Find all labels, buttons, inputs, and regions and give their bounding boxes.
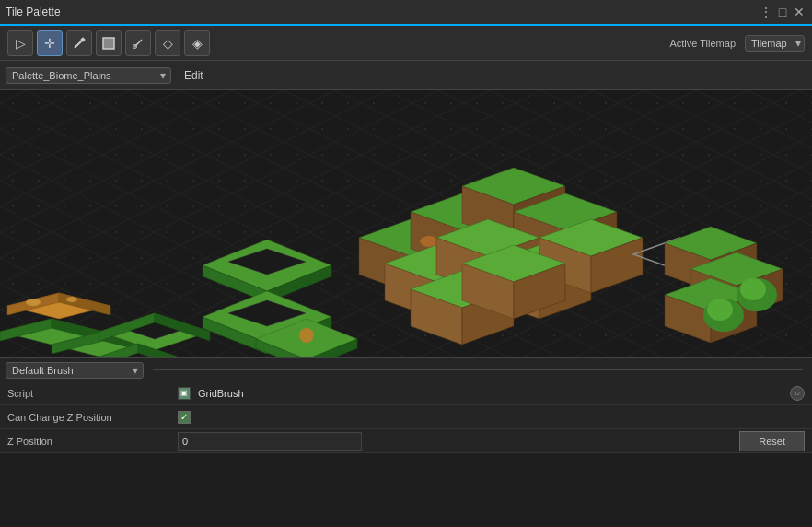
z-position-input[interactable] — [178, 432, 362, 451]
brush-dropdown-wrap[interactable]: Default Brush — [6, 362, 144, 379]
paint-tool-button[interactable] — [66, 30, 92, 56]
brush-panel: Default Brush — [0, 357, 812, 381]
palette-select[interactable]: Palette_Biome_Plains — [6, 67, 171, 84]
svg-point-85 — [299, 328, 314, 343]
window-title: Tile Palette — [6, 6, 61, 18]
title-bar-controls: ⋮ □ ✕ — [759, 5, 806, 19]
script-value: ▣ GridBrush — [178, 387, 790, 400]
canvas-area[interactable] — [0, 90, 812, 357]
svg-point-75 — [740, 278, 766, 300]
close-button[interactable]: ✕ — [792, 5, 806, 19]
svg-line-0 — [75, 41, 82, 48]
title-bar-left: Tile Palette — [6, 6, 61, 18]
svg-point-10 — [66, 297, 77, 302]
brush-panel-divider — [153, 369, 803, 370]
script-label: Script — [7, 388, 178, 399]
reset-button[interactable]: Reset — [739, 431, 805, 451]
tile-palette-svg — [0, 90, 812, 357]
picker-tool-button[interactable] — [125, 30, 151, 56]
edit-button[interactable]: Edit — [179, 67, 209, 84]
script-icon: ▣ — [178, 387, 191, 400]
script-property-row: Script ▣ GridBrush ○ — [0, 381, 812, 405]
active-tilemap-label: Active Tilemap — [669, 38, 736, 49]
tilemap-select-wrap[interactable]: Tilemap — [745, 35, 805, 52]
palette-header: Palette_Biome_Plains Edit — [0, 61, 812, 90]
z-position-row: Z Position Reset — [0, 429, 812, 453]
palette-dropdown-wrap[interactable]: Palette_Biome_Plains — [6, 67, 171, 84]
toolbar: ▷ ✛ ◇ ◈ Active Tilemap Tilemap — [0, 26, 812, 61]
more-options-button[interactable]: ⋮ — [759, 5, 773, 19]
script-options-button[interactable]: ○ — [790, 386, 805, 401]
title-bar: Tile Palette ⋮ □ ✕ — [0, 0, 812, 26]
can-change-z-checkbox[interactable]: ✓ — [178, 411, 191, 424]
maximize-button[interactable]: □ — [775, 5, 790, 19]
fill-tool-button[interactable]: ◈ — [184, 30, 210, 56]
can-change-z-value[interactable]: ✓ — [178, 411, 805, 424]
svg-point-9 — [26, 299, 41, 306]
select-tool-button[interactable]: ▷ — [7, 30, 33, 56]
can-change-z-position-row: Can Change Z Position ✓ — [0, 405, 812, 429]
can-change-z-label: Can Change Z Position — [7, 412, 178, 423]
z-position-value — [178, 432, 739, 451]
svg-rect-2 — [103, 38, 114, 49]
z-position-label: Z Position — [7, 436, 178, 447]
brush-select[interactable]: Default Brush — [6, 362, 144, 379]
properties-panel: Script ▣ GridBrush ○ Can Change Z Positi… — [0, 381, 812, 453]
box-fill-tool-button[interactable] — [96, 30, 122, 56]
erase-tool-button[interactable]: ◇ — [155, 30, 180, 56]
move-tool-button[interactable]: ✛ — [37, 30, 63, 56]
svg-line-3 — [134, 40, 142, 47]
tilemap-select[interactable]: Tilemap — [745, 35, 805, 52]
script-value-text: GridBrush — [198, 388, 244, 399]
svg-point-73 — [707, 299, 733, 321]
